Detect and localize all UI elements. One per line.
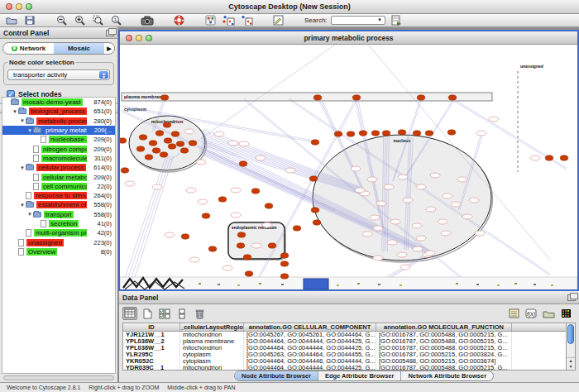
network-node[interactable] <box>309 176 318 181</box>
network-label-node[interactable] <box>400 265 410 270</box>
table-cell[interactable]: [GO:0044464, GO:0044444, GO:0044425, G..… <box>244 365 376 370</box>
tree-row[interactable]: multi-organism pro42(0) <box>2 228 115 237</box>
import-attributes-icon[interactable] <box>541 307 556 320</box>
network-label-node[interactable] <box>469 198 479 203</box>
table-cell[interactable] <box>512 338 567 345</box>
scrollbar-thumb[interactable] <box>567 324 574 344</box>
network-node[interactable] <box>280 274 289 279</box>
table-cell[interactable]: mitochondrion <box>180 365 244 370</box>
table-cell[interactable] <box>512 345 567 351</box>
network-node[interactable] <box>171 131 179 136</box>
network-node[interactable] <box>313 95 322 100</box>
network-node[interactable] <box>371 131 380 136</box>
tree-row[interactable]: cellular metabo209(0) <box>2 172 115 181</box>
network-label-node[interactable] <box>165 232 175 237</box>
network-node[interactable] <box>237 232 246 237</box>
network-label-node[interactable] <box>228 141 238 146</box>
expand-arrow-icon[interactable]: ▼ <box>19 118 26 123</box>
table-cell[interactable]: YJR121W__1 <box>123 332 180 338</box>
table-row[interactable]: YLR295Ccytoplasm[GO:0045263, GO:0044464,… <box>123 351 567 358</box>
network-node[interactable] <box>313 220 321 225</box>
table-cell[interactable]: [GO:0016787, GO:0005215, GO:0003824, G..… <box>376 351 512 358</box>
open-session-icon[interactable] <box>5 15 18 26</box>
scroll-up-icon[interactable]: ▲ <box>567 358 575 364</box>
network-node[interactable] <box>163 122 171 127</box>
tab-node-attribute-browser[interactable]: Node Attribute Browser <box>235 371 318 380</box>
import-table-icon[interactable] <box>390 15 404 26</box>
network-label-node[interactable] <box>189 257 199 262</box>
network-node[interactable] <box>347 131 355 136</box>
tab-network-attribute-browser[interactable]: Network Attribute Browser <box>401 371 493 380</box>
overlay-network-alt-icon[interactable] <box>240 15 253 26</box>
table-cell[interactable] <box>512 351 567 358</box>
network-label-node[interactable] <box>186 188 196 193</box>
network-label-node[interactable] <box>262 222 272 227</box>
column-header[interactable]: _cellularLayoutRegion <box>180 323 244 331</box>
network-node[interactable] <box>121 168 129 173</box>
search-input[interactable]: ▼ <box>331 16 385 25</box>
help-icon[interactable] <box>172 15 185 26</box>
network-label-node[interactable] <box>355 188 365 193</box>
expand-arrow-icon[interactable]: ▼ <box>26 128 33 133</box>
table-cell[interactable]: mitochondrion <box>180 345 244 351</box>
network-node[interactable] <box>265 203 273 208</box>
formula-icon[interactable]: f(x) <box>524 307 538 320</box>
network-label-node[interactable] <box>416 236 426 241</box>
network-label-node[interactable] <box>362 232 372 237</box>
network-label-node[interactable] <box>416 184 426 189</box>
network-label-node[interactable] <box>367 177 377 182</box>
table-row[interactable]: YPL036W__2plasma membrane[GO:0044464, GO… <box>123 338 567 345</box>
expand-arrow-icon[interactable]: ▼ <box>26 212 33 217</box>
table-cell[interactable] <box>512 332 567 338</box>
column-header[interactable]: ID <box>123 323 180 331</box>
network-node[interactable] <box>280 253 289 258</box>
network-label-node[interactable] <box>412 223 422 228</box>
network-node[interactable] <box>413 131 421 136</box>
table-cell[interactable]: [GO:0016787, GO:0005488, GO:0005215, G..… <box>376 338 512 345</box>
notepad-icon[interactable] <box>506 307 521 320</box>
network-node[interactable] <box>448 95 457 100</box>
network-node[interactable] <box>160 152 168 157</box>
network-label-node[interactable] <box>384 184 394 189</box>
network-node[interactable] <box>168 144 176 149</box>
network-node[interactable] <box>156 131 164 136</box>
tree-row[interactable]: cell communicat22(0) <box>2 182 115 191</box>
column-header[interactable] <box>512 323 567 331</box>
network-node[interactable] <box>359 131 367 136</box>
node-color-dropdown[interactable]: transporter activity ▲▼ <box>7 69 110 80</box>
network-label-node[interactable] <box>256 155 266 160</box>
network-node[interactable] <box>237 243 245 248</box>
tree-row[interactable]: unassigned223(0) <box>2 237 115 246</box>
zoom-selected-icon[interactable] <box>91 15 104 26</box>
network-label-node[interactable] <box>403 198 413 203</box>
network-label-node[interactable] <box>530 155 540 160</box>
network-label-node[interactable] <box>438 219 447 224</box>
network-label-node[interactable] <box>451 202 461 207</box>
annotation-icon[interactable] <box>271 15 285 26</box>
table-cell[interactable]: cytoplasm <box>180 351 244 358</box>
expand-arrow-icon[interactable]: ▼ <box>19 203 26 208</box>
scroll-down-icon[interactable]: ▼ <box>567 364 575 370</box>
tree-row[interactable]: ▼transport558(0) <box>2 210 115 219</box>
network-label-node[interactable] <box>390 219 400 224</box>
table-cell[interactable]: plasma membrane <box>180 338 244 345</box>
table-cell[interactable]: [GO:0045263, GO:0044464, GO:0044455, G..… <box>244 351 376 358</box>
tab-network[interactable]: Network <box>3 43 54 54</box>
network-label-node[interactable] <box>231 188 241 193</box>
table-cell[interactable]: [GO:0016787, GO:0005488, GO:0005215, G..… <box>376 365 512 370</box>
network-label-node[interactable] <box>457 177 467 182</box>
network-node[interactable] <box>136 146 145 151</box>
network-canvas[interactable]: plasma membranecytoplasmmitochondrionnuc… <box>120 45 577 289</box>
table-cell[interactable]: [GO:0016787, GO:0005488, GO:0005215, G..… <box>376 332 512 338</box>
table-row[interactable]: YDR039C__1mitochondrion[GO:0044464, GO:0… <box>123 365 567 370</box>
network-node[interactable] <box>268 243 276 248</box>
table-cell[interactable]: YPL036W__2 <box>123 338 180 345</box>
search-dropdown-icon[interactable]: ▼ <box>376 17 384 23</box>
network-label-node[interactable] <box>376 201 386 206</box>
network-node[interactable] <box>293 226 301 231</box>
navigation-rect[interactable] <box>304 279 328 289</box>
unified-attribute-icon[interactable] <box>175 307 189 320</box>
network-label-node[interactable] <box>198 199 208 204</box>
network-label-node[interactable] <box>373 226 383 231</box>
column-header[interactable]: annotation.GO MOLECULAR_FUNCTION <box>376 323 512 331</box>
